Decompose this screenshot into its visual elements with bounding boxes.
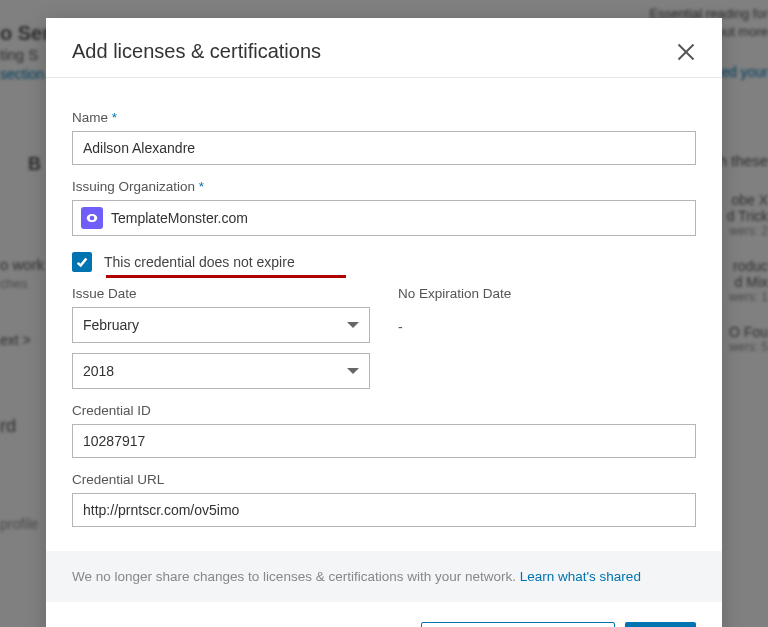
expiration-col: No Expiration Date - (398, 282, 696, 389)
expiration-value: - (398, 319, 696, 335)
modal-footer: Save and add another Save (46, 602, 722, 627)
modal-title: Add licenses & certifications (72, 40, 321, 63)
expiration-label: No Expiration Date (398, 286, 696, 301)
issue-year-select[interactable]: 2018 (72, 353, 370, 389)
no-expire-row: This credential does not expire (72, 252, 696, 272)
org-input-wrap[interactable] (72, 200, 696, 236)
close-icon[interactable] (676, 42, 696, 62)
share-notice: We no longer share changes to licenses &… (46, 551, 722, 602)
no-expire-checkbox[interactable] (72, 252, 92, 272)
save-add-another-button[interactable]: Save and add another (421, 622, 615, 627)
org-logo-icon (81, 207, 103, 229)
learn-shared-link[interactable]: Learn what's shared (520, 569, 641, 584)
issue-date-col: Issue Date February 2018 (72, 282, 370, 389)
issue-date-label: Issue Date (72, 286, 370, 301)
licenses-modal: Add licenses & certifications Name * Iss… (46, 18, 722, 627)
org-label: Issuing Organization * (72, 179, 696, 194)
modal-header: Add licenses & certifications (46, 18, 722, 78)
chevron-down-icon (347, 368, 359, 374)
credential-url-label: Credential URL (72, 472, 696, 487)
issue-month-select[interactable]: February (72, 307, 370, 343)
org-input[interactable] (111, 201, 695, 235)
name-label: Name * (72, 110, 696, 125)
name-input[interactable] (72, 131, 696, 165)
credential-url-input[interactable] (72, 493, 696, 527)
save-button[interactable]: Save (625, 622, 696, 627)
credential-id-input[interactable] (72, 424, 696, 458)
modal-body: Name * Issuing Organization * This crede… (46, 78, 722, 551)
chevron-down-icon (347, 322, 359, 328)
no-expire-label: This credential does not expire (104, 254, 295, 270)
credential-id-label: Credential ID (72, 403, 696, 418)
annotation-underline-1 (106, 275, 346, 278)
dates-row: Issue Date February 2018 No Expiration D… (72, 282, 696, 389)
